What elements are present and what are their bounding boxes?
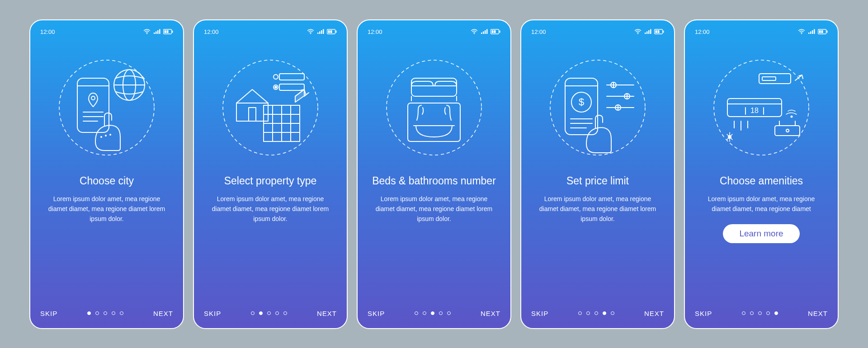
page-dot-0[interactable] [578, 311, 582, 315]
choose-city-icon [40, 49, 173, 166]
page-dot-0[interactable] [415, 311, 418, 315]
svg-rect-4 [159, 29, 160, 34]
svg-point-88 [801, 33, 802, 34]
page-dot-4[interactable] [120, 311, 123, 315]
page-dot-0[interactable] [87, 311, 91, 315]
onboarding-screen-0: 12:00 Choose city Lorem ipsum dolor amet… [29, 19, 184, 329]
next-button[interactable]: NEXT [808, 310, 828, 317]
price-limit-icon: $ [531, 49, 664, 166]
status-bar: 12:00 [204, 28, 337, 35]
svg-rect-109 [775, 126, 800, 136]
svg-rect-94 [819, 30, 821, 33]
onboarding-title: Choose city [40, 174, 173, 188]
page-dot-1[interactable] [259, 311, 263, 315]
skip-button[interactable]: SKIP [695, 310, 712, 317]
onboarding-description: Lorem ipsum dolor amet, mea regione diam… [531, 194, 664, 224]
skip-button[interactable]: SKIP [368, 310, 385, 317]
onboarding-description: Lorem ipsum dolor amet, mea regione diam… [204, 194, 337, 224]
signal-icon [481, 29, 488, 34]
page-dot-3[interactable] [112, 311, 115, 315]
page-dot-4[interactable] [774, 311, 778, 315]
svg-rect-92 [814, 29, 815, 34]
page-dot-2[interactable] [104, 311, 107, 315]
onboarding-title: Select property type [204, 174, 337, 188]
status-bar: 12:00 [368, 28, 500, 35]
svg-rect-54 [500, 31, 500, 33]
page-dot-1[interactable] [586, 311, 590, 315]
onboarding-title: Choose amenities [695, 174, 828, 188]
page-dot-1[interactable] [95, 311, 99, 315]
svg-point-97 [714, 60, 809, 155]
onboarding-description: Lorem ipsum dolor amet, mea regione diam… [695, 194, 828, 214]
status-time: 12:00 [204, 28, 219, 35]
onboarding-screen-4: 12:00 18 Choose amenities Lorem ipsum do… [684, 19, 839, 329]
page-dot-4[interactable] [447, 311, 451, 315]
svg-rect-8 [172, 31, 173, 33]
page-dot-2[interactable] [431, 311, 434, 315]
skip-button[interactable]: SKIP [40, 310, 57, 317]
signal-icon [153, 29, 160, 34]
onboarding-title: Beds & bathrooms number [368, 174, 500, 188]
page-dot-0[interactable] [251, 311, 255, 315]
wifi-icon [471, 29, 478, 34]
svg-rect-65 [648, 30, 650, 34]
page-dot-3[interactable] [603, 311, 606, 315]
status-bar: 12:00 [40, 28, 173, 35]
skip-button[interactable]: SKIP [204, 310, 221, 317]
wifi-icon [798, 29, 805, 34]
signal-icon [317, 29, 324, 34]
svg-rect-98 [759, 74, 791, 84]
signal-icon [808, 29, 815, 34]
battery-icon [163, 29, 173, 34]
next-button[interactable]: NEXT [481, 310, 500, 317]
svg-rect-25 [321, 30, 322, 34]
svg-rect-66 [650, 29, 651, 34]
page-dot-3[interactable] [439, 311, 443, 315]
svg-point-55 [387, 60, 481, 155]
svg-rect-89 [808, 33, 810, 34]
svg-rect-91 [812, 30, 813, 34]
page-dot-2[interactable] [758, 311, 762, 315]
onboarding-screen-1: 12:00 Select property type Lorem ipsum d… [193, 19, 348, 329]
page-dot-2[interactable] [267, 311, 271, 315]
svg-point-20 [105, 135, 106, 136]
page-dot-2[interactable] [594, 311, 598, 315]
svg-rect-96 [827, 31, 828, 33]
status-bar: 12:00 [531, 28, 664, 35]
wifi-icon [634, 29, 642, 34]
amenities-icon: 18 [695, 49, 828, 166]
svg-rect-1 [154, 33, 155, 34]
learn-more-button[interactable]: Learn more [723, 224, 799, 243]
next-button[interactable]: NEXT [153, 310, 173, 317]
svg-rect-3 [157, 30, 159, 34]
onboarding-screen-2: 12:00 Beds & bathrooms number Lorem ipsu… [357, 19, 511, 329]
page-dot-1[interactable] [423, 311, 426, 315]
page-indicator [87, 311, 123, 315]
next-button[interactable]: NEXT [317, 310, 337, 317]
svg-rect-95 [821, 30, 823, 33]
svg-rect-64 [646, 32, 648, 34]
next-button[interactable]: NEXT [644, 310, 664, 317]
skip-button[interactable]: SKIP [531, 310, 548, 317]
svg-point-45 [275, 86, 277, 88]
property-type-icon [204, 49, 337, 166]
page-dot-1[interactable] [750, 311, 754, 315]
wifi-icon [307, 29, 314, 34]
page-dot-3[interactable] [275, 311, 279, 315]
svg-rect-60 [408, 103, 460, 141]
signal-icon [644, 29, 651, 34]
svg-rect-42 [279, 84, 304, 90]
page-dot-4[interactable] [283, 311, 287, 315]
beds-bathrooms-icon [368, 49, 500, 166]
svg-rect-49 [485, 30, 486, 34]
page-indicator [415, 311, 451, 315]
page-dot-0[interactable] [742, 311, 745, 315]
svg-rect-26 [323, 29, 324, 34]
page-dot-3[interactable] [766, 311, 770, 315]
wifi-icon [143, 29, 151, 34]
page-indicator [251, 311, 287, 315]
svg-rect-63 [645, 33, 646, 34]
svg-rect-52 [492, 30, 494, 33]
status-time: 12:00 [40, 28, 55, 35]
page-dot-4[interactable] [611, 311, 614, 315]
